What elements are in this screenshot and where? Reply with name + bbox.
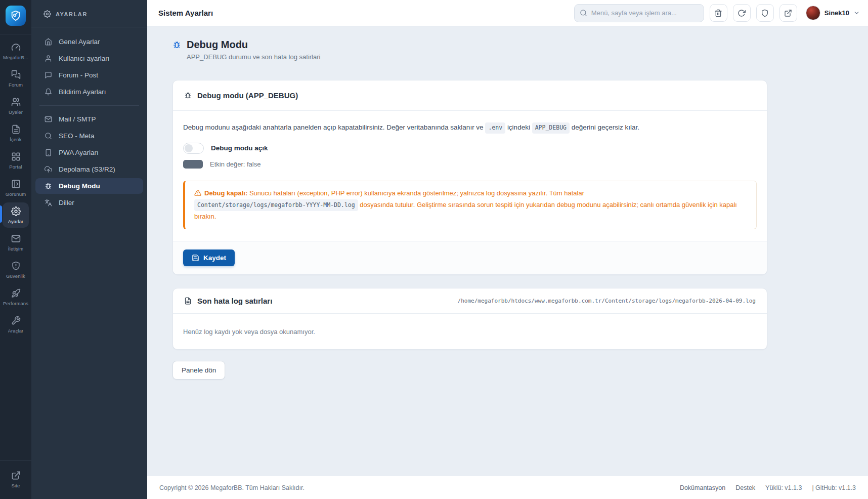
sidebar-group-divider (39, 105, 139, 106)
search-icon (580, 9, 587, 17)
open-site-button[interactable] (779, 4, 797, 22)
brand-shield-icon (10, 10, 21, 21)
refresh-button[interactable] (733, 4, 751, 22)
rail-item-label: Üyeler (9, 109, 23, 115)
rail-item-label: Görünüm (6, 191, 26, 197)
log-empty-message: Henüz log kaydı yok veya dosya okunamıyo… (183, 328, 315, 336)
rocket-icon (11, 288, 21, 298)
app-debug-code-chip: APP_DEBUG (532, 122, 570, 134)
rail-item-performans[interactable]: Performans (3, 284, 29, 310)
security-button[interactable] (756, 4, 774, 22)
page-subtitle: APP_DEBUG durumu ve son hata log satirla… (187, 53, 320, 61)
card-title: Debug modu (APP_DEBUG) (197, 91, 298, 100)
bug-icon (172, 40, 181, 49)
sidebar-item-diller[interactable]: Diller (35, 195, 143, 211)
user-icon (45, 55, 52, 62)
rail-item-araclar[interactable]: Araçlar (3, 312, 29, 337)
message-icon (45, 71, 52, 79)
rail-item-label: Araçlar (8, 328, 24, 334)
sidebar-item-depolama[interactable]: Depolama (S3/R2) (35, 161, 143, 177)
app-logo[interactable] (6, 6, 26, 26)
external-link-icon (11, 471, 21, 480)
search-input[interactable] (591, 9, 699, 17)
icon-rail: MegaforB... Forum Üyeler İçerik Portal G… (0, 0, 31, 499)
error-log-card: Son hata log satırları /home/megaforbb/h… (172, 288, 767, 350)
rail-item-forum[interactable]: Forum (3, 66, 29, 91)
users-icon (11, 97, 21, 107)
rail-item-site[interactable]: Site (3, 467, 29, 492)
global-search[interactable] (574, 4, 704, 22)
sidebar-item-label: Bildirim Ayarları (59, 88, 106, 96)
sidebar-item-forum-post[interactable]: Forum - Post (35, 67, 143, 83)
clear-cache-button[interactable] (710, 4, 727, 22)
rail-item-label: İletişim (8, 246, 23, 252)
debug-description: Debug modunu aşağıdaki anahtarla panelde… (183, 122, 757, 134)
rail-item-megaforbb[interactable]: MegaforB... (3, 38, 29, 64)
search-icon (45, 132, 52, 140)
sidebar-item-label: Forum - Post (59, 71, 98, 79)
gear-icon (11, 206, 21, 216)
avatar (806, 6, 820, 20)
rail-divider (0, 34, 31, 34)
footer-link-destek[interactable]: Destek (735, 484, 755, 491)
log-file-path: /home/megaforbb/htdocs/www.megaforbb.com… (458, 298, 756, 304)
sidebar-item-label: SEO - Meta (59, 132, 95, 140)
sidebar-item-seo-meta[interactable]: SEO - Meta (35, 128, 143, 144)
user-menu[interactable]: Sinek10 (806, 6, 860, 20)
rail-item-label: Site (12, 483, 20, 488)
content-area: Debug Modu APP_DEBUG durumu ve son hata … (147, 26, 868, 476)
save-button[interactable]: Kaydet (183, 250, 235, 266)
sidebar-item-mail-smtp[interactable]: Mail / SMTP (35, 111, 143, 127)
sidebar-item-pwa-ayarlari[interactable]: PWA Ayarları (35, 145, 143, 160)
topbar: Sistem Ayarları Sinek10 (147, 0, 868, 26)
cloud-upload-icon (45, 165, 52, 173)
sidebar-item-debug-modu[interactable]: Debug Modu (35, 178, 143, 194)
debug-toggle-label: Debug modu açık (211, 144, 268, 152)
rail-item-iletisim[interactable]: İletişim (3, 230, 29, 255)
rail-item-label: Güvenlik (6, 273, 25, 279)
rail-item-label: Forum (9, 82, 23, 88)
sidebar-item-label: Debug Modu (59, 182, 100, 190)
page-title: Debug Modu (187, 38, 320, 51)
rail-item-icerik[interactable]: İçerik (3, 120, 29, 146)
rail-item-guvenlik[interactable]: Güvenlik (3, 257, 29, 282)
rail-item-ayarlar[interactable]: Ayarlar (3, 202, 29, 228)
sidebar-item-genel-ayarlar[interactable]: Genel Ayarlar (35, 34, 143, 50)
warning-triangle-icon (194, 189, 201, 199)
sidebar-item-bildirim-ayarlari[interactable]: Bildirim Ayarları (35, 84, 143, 100)
gauge-icon (11, 43, 21, 52)
shield-icon (11, 261, 21, 271)
rail-item-label: Portal (9, 164, 22, 170)
debug-toggle[interactable] (183, 143, 204, 154)
rail-item-gorunum[interactable]: Görünüm (3, 175, 29, 200)
settings-sidebar: AYARLAR Genel Ayarlar Kullanıcı ayarları… (31, 0, 147, 499)
sidebar-item-kullanici-ayarlari[interactable]: Kullanıcı ayarları (35, 51, 143, 66)
layout-icon (11, 179, 21, 189)
file-text-icon (184, 297, 192, 305)
rail-item-uyeler[interactable]: Üyeler (3, 93, 29, 118)
sidebar-item-label: Depolama (S3/R2) (59, 165, 115, 173)
rail-item-label: İçerik (10, 137, 21, 142)
debug-mode-card: Debug modu (APP_DEBUG) Debug modunu aşağ… (172, 80, 767, 275)
sidebar-item-label: Kullanıcı ayarları (59, 55, 110, 62)
sidebar-item-label: PWA Ayarları (59, 149, 99, 156)
footer-link-dokumantasyon[interactable]: Dokümantasyon (680, 484, 725, 491)
grid-icon (11, 152, 21, 161)
warning-text-1: Sunucu hataları (exception, PHP error) k… (249, 189, 584, 197)
wrench-icon (11, 316, 21, 325)
gear-icon (44, 10, 51, 18)
installed-version: Yüklü: v1.1.3 (765, 484, 802, 491)
document-icon (11, 124, 21, 134)
username: Sinek10 (824, 9, 849, 17)
sidebar-title: AYARLAR (56, 11, 88, 17)
back-to-panel-button[interactable]: Panele dön (172, 361, 225, 380)
mail-icon (11, 234, 21, 243)
trash-icon (714, 9, 722, 17)
status-badge (183, 160, 203, 169)
rail-item-portal[interactable]: Portal (3, 148, 29, 173)
page-breadcrumb-title: Sistem Ayarları (158, 9, 213, 17)
debug-warning-box: Debug kapalı: Sunucu hataları (exception… (183, 181, 757, 229)
rail-item-label: MegaforB... (3, 55, 28, 60)
copyright-text: Copyright © 2026 MegaforBB. Tüm Hakları … (159, 484, 305, 491)
shield-icon (761, 9, 769, 17)
